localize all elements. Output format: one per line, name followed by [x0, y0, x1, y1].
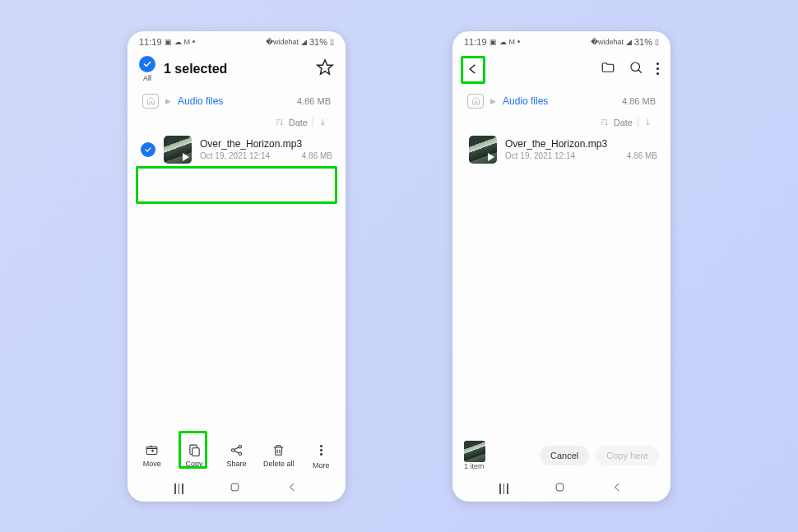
sort-label: Date: [289, 118, 308, 127]
file-name: Over_the_Horizon.mp3: [505, 138, 657, 150]
file-size: 4.86 MB: [627, 151, 657, 160]
sort-icon: [275, 118, 284, 127]
sort-label: Date: [614, 118, 633, 127]
status-bar: 11:19 ▣ ☁ M �widehat ◢ 31% ▯: [452, 31, 670, 49]
home-icon[interactable]: [142, 94, 159, 109]
picture-icon: ▣: [489, 38, 497, 46]
new-folder-button[interactable]: [601, 60, 615, 78]
cancel-button[interactable]: Cancel: [540, 446, 589, 465]
file-row[interactable]: Over_the_Horizon.mp3 Oct 19, 2021 12:14 …: [128, 132, 346, 168]
svg-point-6: [631, 62, 640, 72]
spacer: [128, 168, 346, 434]
picture-icon: ▣: [165, 38, 172, 46]
more-label: More: [313, 461, 330, 470]
wifi-icon: �widehat: [266, 38, 299, 46]
menu-button[interactable]: [656, 62, 659, 75]
file-date: Oct 19, 2021 12:14: [505, 151, 575, 160]
arrow-down-icon: [643, 118, 652, 127]
chevron-right-icon: ▶: [490, 97, 496, 105]
copy-label: Copy: [186, 460, 203, 468]
status-time: 11:19: [139, 37, 162, 47]
clipboard-thumbnail: [464, 441, 485, 462]
status-time: 11:19: [464, 37, 487, 47]
file-row[interactable]: Over_the_Horizon.mp3 Oct 19, 2021 12:14 …: [452, 132, 670, 168]
nav-recents[interactable]: [499, 483, 508, 494]
breadcrumb[interactable]: ▶ Audio files 4.86 MB: [452, 89, 670, 113]
more-icon: [320, 442, 322, 459]
breadcrumb-size: 4.86 MB: [297, 96, 331, 106]
favorite-button[interactable]: [316, 58, 334, 80]
breadcrumb-size: 4.86 MB: [622, 96, 656, 106]
file-meta: Over_the_Horizon.mp3 Oct 19, 2021 12:14 …: [505, 138, 657, 160]
phone-left: 11:19 ▣ ☁ M �widehat ◢ 31% ▯ All 1 selec…: [128, 31, 346, 502]
file-thumbnail: [469, 136, 497, 164]
dot-icon: [517, 40, 520, 43]
nav-back[interactable]: [286, 481, 299, 497]
cloud-icon: ☁: [174, 38, 182, 46]
share-button[interactable]: Share: [216, 443, 256, 468]
file-thumbnail: [164, 136, 192, 164]
back-button[interactable]: [464, 62, 482, 76]
share-label: Share: [226, 460, 246, 468]
arrow-down-icon: [318, 118, 327, 127]
nav-bar: [452, 477, 670, 502]
copy-here-button[interactable]: Copy here: [596, 446, 659, 465]
svg-point-2: [231, 448, 234, 451]
file-size: 4.86 MB: [302, 151, 332, 160]
home-icon[interactable]: [467, 94, 484, 109]
search-button[interactable]: [629, 60, 643, 78]
signal-icon: ◢: [301, 38, 307, 46]
wifi-icon: �widehat: [591, 38, 624, 46]
action-bar: Move Copy Share Delete all More: [128, 434, 346, 477]
nav-recents[interactable]: [174, 483, 183, 494]
move-button[interactable]: Move: [132, 443, 172, 468]
phone-right: 11:19 ▣ ☁ M �widehat ◢ 31% ▯: [452, 31, 670, 502]
svg-point-3: [239, 445, 242, 448]
nav-bar: [128, 477, 346, 502]
move-label: Move: [143, 460, 161, 468]
spacer: [452, 168, 670, 434]
mail-icon: M: [509, 38, 516, 46]
delete-button[interactable]: Delete all: [259, 443, 299, 468]
svg-rect-5: [231, 483, 239, 491]
signal-icon: ◢: [626, 38, 632, 46]
breadcrumb[interactable]: ▶ Audio files 4.86 MB: [128, 89, 346, 113]
clipboard-count: 1 item: [464, 462, 485, 470]
breadcrumb-label[interactable]: Audio files: [503, 95, 548, 107]
file-date: Oct 19, 2021 12:14: [200, 151, 270, 160]
sort-icon: [600, 118, 609, 127]
copy-button[interactable]: Copy: [174, 443, 214, 468]
select-all-button[interactable]: All: [139, 56, 155, 82]
svg-rect-1: [192, 447, 199, 456]
battery-icon: ▯: [330, 38, 334, 46]
nav-home[interactable]: [229, 481, 241, 497]
more-button[interactable]: More: [301, 442, 341, 470]
all-label: All: [143, 74, 151, 82]
file-selected-check[interactable]: [141, 142, 155, 157]
battery-icon: ▯: [655, 38, 659, 46]
mail-icon: M: [184, 38, 191, 46]
selection-title: 1 selected: [164, 62, 316, 76]
sort-row[interactable]: Date: [128, 113, 346, 132]
status-battery: 31%: [309, 37, 327, 47]
svg-point-4: [239, 451, 242, 455]
check-icon: [139, 56, 155, 72]
status-bar: 11:19 ▣ ☁ M �widehat ◢ 31% ▯: [128, 31, 346, 49]
paste-bar: 1 item Cancel Copy here: [452, 434, 670, 477]
cloud-icon: ☁: [499, 38, 507, 46]
header: [452, 49, 670, 89]
file-name: Over_the_Horizon.mp3: [200, 138, 332, 150]
status-battery: 31%: [634, 37, 652, 47]
divider: [638, 118, 638, 127]
breadcrumb-label[interactable]: Audio files: [178, 95, 223, 107]
delete-label: Delete all: [263, 460, 295, 468]
dot-icon: [193, 40, 195, 43]
divider: [313, 118, 313, 127]
file-meta: Over_the_Horizon.mp3 Oct 19, 2021 12:14 …: [200, 138, 332, 160]
svg-rect-7: [556, 483, 564, 491]
selection-header: All 1 selected: [128, 49, 346, 89]
nav-home[interactable]: [554, 481, 566, 497]
sort-row[interactable]: Date: [452, 113, 670, 132]
chevron-right-icon: ▶: [165, 97, 171, 105]
nav-back[interactable]: [611, 481, 624, 497]
